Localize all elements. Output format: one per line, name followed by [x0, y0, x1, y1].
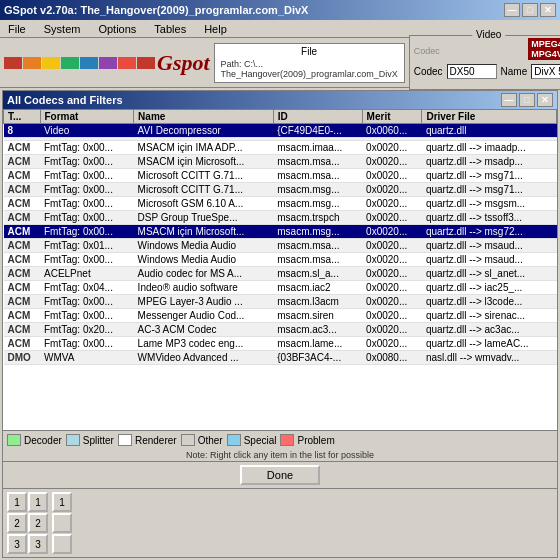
menu-help[interactable]: Help [200, 22, 231, 36]
codec-data-table: T... Format Name ID Merit Driver File 8V… [3, 109, 557, 365]
nav-btn-2-1[interactable]: 2 [7, 513, 27, 533]
table-row[interactable]: ACMACELPnetAudio codec for MS A...msacm.… [4, 267, 557, 281]
codec-table: T... Format Name ID Merit Driver File 8V… [3, 109, 557, 430]
main-content: All Codecs and Filters — □ ✕ T... Format… [0, 88, 560, 560]
other-label: Other [198, 435, 223, 446]
legend-other: Other [181, 434, 223, 446]
app-logo: Gspot [157, 50, 210, 76]
col-format[interactable]: Format [40, 110, 134, 124]
codec-title-buttons: — □ ✕ [501, 93, 553, 107]
color-box-5 [80, 57, 98, 69]
table-row[interactable]: ACMFmtTag: 0x00...MSACM için Microsoft..… [4, 155, 557, 169]
nav-btn-2-2[interactable]: 2 [28, 513, 48, 533]
name-input[interactable] [531, 64, 560, 79]
codec-panel: All Codecs and Filters — □ ✕ T... Format… [2, 90, 558, 558]
nav-btn-1-2[interactable]: 1 [28, 492, 48, 512]
table-row[interactable]: 8VideoAVI Decompressor{CF49D4E0-...0x006… [4, 124, 557, 138]
nav-btn-1-1[interactable]: 1 [7, 492, 27, 512]
maximize-button[interactable]: □ [522, 3, 538, 17]
app-title: GSpot v2.70a: The_Hangover(2009)_program… [4, 4, 308, 16]
done-button[interactable]: Done [240, 465, 320, 485]
codec-maximize-button[interactable]: □ [519, 93, 535, 107]
legend-problem: Problem [280, 434, 334, 446]
col-type[interactable]: T... [4, 110, 41, 124]
file-label: File [221, 46, 398, 57]
file-section: File Path: C:\... The_Hangover(2009)_pro… [214, 43, 405, 83]
table-row[interactable]: ACMFmtTag: 0x00...MSACM için IMA ADP...m… [4, 141, 557, 155]
color-box-1 [4, 57, 22, 69]
file-path-2: The_Hangover(2009)_programlar.com_DivX [221, 69, 398, 79]
table-row[interactable]: ACMFmtTag: 0x00...MPEG Layer-3 Audio ...… [4, 295, 557, 309]
title-bar-buttons: — □ ✕ [504, 3, 556, 17]
video-section: Video Codec Codec Name MPEG4MPG4V [409, 35, 560, 90]
special-label: Special [244, 435, 277, 446]
color-box-4 [61, 57, 79, 69]
nav-btn-3-1[interactable]: 3 [7, 534, 27, 554]
problem-label: Problem [297, 435, 334, 446]
menu-options[interactable]: Options [94, 22, 140, 36]
minimize-button[interactable]: — [504, 3, 520, 17]
table-row[interactable]: ACMFmtTag: 0x20...AC-3 ACM Codecmsacm.ac… [4, 323, 557, 337]
color-box-2 [23, 57, 41, 69]
toolbar-area: Gspot File Path: C:\... The_Hangover(200… [0, 38, 560, 88]
renderer-label: Renderer [135, 435, 177, 446]
color-box-7 [118, 57, 136, 69]
video-info-row: Codec Name [414, 64, 560, 79]
special-color-box [227, 434, 241, 446]
table-row[interactable]: ACMFmtTag: 0x00...MSACM için Microsoft..… [4, 225, 557, 239]
col-name[interactable]: Name [134, 110, 274, 124]
col-merit[interactable]: Merit [362, 110, 422, 124]
codec-panel-title: All Codecs and Filters [7, 94, 123, 106]
col-id[interactable]: ID [273, 110, 362, 124]
codec-title-bar: All Codecs and Filters — □ ✕ [3, 91, 557, 109]
color-box-3 [42, 57, 60, 69]
legend-decoder: Decoder [7, 434, 62, 446]
renderer-color-box [118, 434, 132, 446]
file-path-1: Path: C:\... [221, 59, 398, 69]
color-box-8 [137, 57, 155, 69]
menu-file[interactable]: File [4, 22, 30, 36]
bottom-nav: 1 1 2 2 3 3 1 [3, 488, 557, 557]
codec-minimize-button[interactable]: — [501, 93, 517, 107]
codec-label2: Codec [414, 66, 443, 77]
codec-label: Codec [414, 46, 440, 56]
problem-color-box [280, 434, 294, 446]
table-row[interactable]: ACMFmtTag: 0x00...Microsoft CCITT G.71..… [4, 183, 557, 197]
table-row[interactable]: ACMFmtTag: 0x04...Indeo® audio softwarem… [4, 281, 557, 295]
nav-group-2: 1 [52, 492, 72, 554]
splitter-label: Splitter [83, 435, 114, 446]
color-boxes [4, 57, 155, 69]
logo-area: Gspot [4, 50, 210, 76]
decoder-label: Decoder [24, 435, 62, 446]
nav-btn-single-2[interactable] [52, 513, 72, 533]
other-color-box [181, 434, 195, 446]
table-row[interactable]: ACMFmtTag: 0x00...DSP Group TrueSpe...ms… [4, 211, 557, 225]
table-row[interactable]: ACMFmtTag: 0x00...Microsoft CCITT G.71..… [4, 169, 557, 183]
table-row[interactable]: ACMFmtTag: 0x00...Microsoft GSM 6.10 A..… [4, 197, 557, 211]
color-box-6 [99, 57, 117, 69]
splitter-color-box [66, 434, 80, 446]
video-label: Video [472, 29, 505, 40]
table-row[interactable]: ACMFmtTag: 0x01...Windows Media Audiomsa… [4, 239, 557, 253]
nav-group-1: 1 1 2 2 3 3 [7, 492, 48, 554]
nav-btn-3-2[interactable]: 3 [28, 534, 48, 554]
legend-row: Decoder Splitter Renderer Other Special … [3, 430, 557, 449]
done-area: Done [3, 461, 557, 488]
mpg4-badge: MPEG4MPG4V [528, 38, 560, 60]
name-label: Name [501, 66, 528, 77]
col-driver[interactable]: Driver File [422, 110, 557, 124]
codec-input[interactable] [447, 64, 497, 79]
table-row[interactable]: DMOWMVAWMVideo Advanced ...{03BF3AC4-...… [4, 351, 557, 365]
table-row[interactable]: ACMFmtTag: 0x00...Lame MP3 codec eng...m… [4, 337, 557, 351]
nav-btn-single-3[interactable] [52, 534, 72, 554]
menu-tables[interactable]: Tables [150, 22, 190, 36]
nav-btn-single-1[interactable]: 1 [52, 492, 72, 512]
legend-splitter: Splitter [66, 434, 114, 446]
table-row[interactable]: ACMFmtTag: 0x00...Windows Media Audiomsa… [4, 253, 557, 267]
close-button[interactable]: ✕ [540, 3, 556, 17]
legend-renderer: Renderer [118, 434, 177, 446]
decoder-color-box [7, 434, 21, 446]
menu-system[interactable]: System [40, 22, 85, 36]
table-row[interactable]: ACMFmtTag: 0x00...Messenger Audio Cod...… [4, 309, 557, 323]
codec-close-button[interactable]: ✕ [537, 93, 553, 107]
